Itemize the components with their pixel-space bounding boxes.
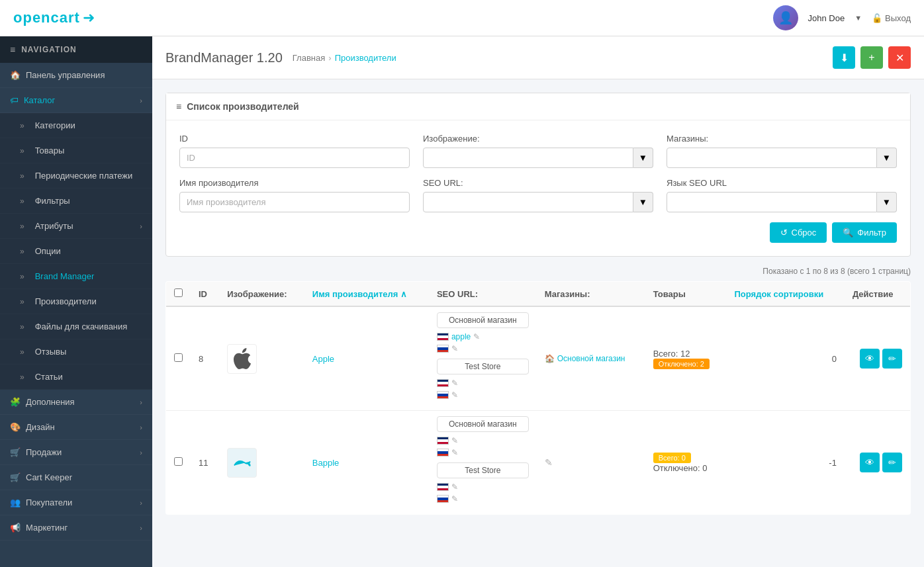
sidebar-item-manufacturers[interactable]: Производители [0,289,152,314]
row-2-manufacturer-cell: Bapple [304,411,429,515]
eye-icon: 👁 [865,353,874,364]
th-id[interactable]: ID [191,282,219,307]
filter-seo-url-select-btn[interactable]: ▼ [633,192,653,212]
row-1-edit-ru-icon[interactable]: ✎ [451,344,458,353]
sidebar-item-marketing[interactable]: 📢Маркетинг › [0,515,152,541]
sidebar: ≡ NAVIGATION 🏠 Панель управления 🏷 Катал… [0,36,152,567]
row-2-products-cell: Всего: 0 Отключено: 0 [645,411,727,515]
row-1-store-link[interactable]: 🏠 Основной магазин [545,354,637,363]
row-1-stores-cell: 🏠 Основной магазин [537,306,645,411]
filter-seo-lang-select[interactable] [667,192,877,212]
row-1-actions: 👁 ✏ [853,349,902,369]
col-seo-url-label: SEO URL: [437,289,478,299]
breadcrumb-home[interactable]: Главная [293,53,325,63]
sidebar-item-products[interactable]: Товары [0,138,152,163]
row-1-seo-flags-en: apple ✎ [437,331,529,343]
sidebar-item-options[interactable]: Опции [0,239,152,264]
row-1-products-total: Всего: 12 [653,349,719,359]
filter-image-select[interactable] [423,148,633,168]
sidebar-item-attributes[interactable]: Атрибуты › [0,214,152,239]
user-name: John Doe [808,13,845,23]
page-title: BrandManager 1.20 [165,50,283,65]
breadcrumb-current[interactable]: Производители [335,53,396,63]
sidebar-item-customers[interactable]: 👥Покупатели › [0,490,152,515]
sidebar-item-brand-manager[interactable]: Brand Manager [0,264,152,289]
subscriptions-label: Периодические платежи [35,171,133,181]
row-1-products-disabled-badge: Отключено: 2 [653,359,719,369]
row-2-flag-ru [437,449,449,457]
row-2-view-button[interactable]: 👁 [860,453,880,472]
apply-filter-button[interactable]: 🔍 Фильтр [832,222,897,243]
filter-body: ID Изображение: ▼ Магазины: [166,120,910,256]
row-1-edit-en-icon[interactable]: ✎ [473,332,480,341]
row-1-store-main-box: Основной магазин [437,312,529,328]
logout-button[interactable]: 🔓 Выход [872,13,911,23]
row-2-checkbox[interactable] [174,457,183,466]
delete-button[interactable]: ✕ [888,46,911,69]
row-2-edit-en-icon[interactable]: ✎ [451,436,458,445]
filter-image-select-btn[interactable]: ▼ [633,148,653,168]
design-icon: 🎨 [10,422,21,432]
customers-icon: 👥 [10,498,21,507]
cart-keeper-label: Cart Keeper [26,472,72,482]
sidebar-item-subscriptions[interactable]: Периодические платежи [0,163,152,189]
row-1-test-edit-ru-icon[interactable]: ✎ [451,390,458,400]
row-2-edit-button[interactable]: ✏ [882,453,902,472]
top-header: opencart ➜ 👤 John Doe ▼ 🔓 Выход [0,0,924,36]
sidebar-item-dashboard-label: Панель управления [26,70,105,80]
row-1-view-button[interactable]: 👁 [860,349,880,369]
filter-manufacturer-input[interactable] [179,192,410,212]
sidebar-item-design[interactable]: 🎨Дизайн › [0,415,152,440]
sidebar-item-downloads[interactable]: Файлы для скачивания [0,314,152,339]
filter-stores-select-btn[interactable]: ▼ [877,148,897,168]
sidebar-item-sales[interactable]: 🛒Продажи › [0,440,152,465]
filter-panel-header: ≡ Список производителей [166,93,910,120]
sidebar-item-cart-keeper[interactable]: 🛒Cart Keeper [0,465,152,490]
reset-filter-button[interactable]: ↺ Сброс [770,222,827,243]
row-1-checkbox[interactable] [174,353,183,362]
select-all-checkbox[interactable] [174,288,183,297]
row-2-store-pencil-icon[interactable]: ✎ [545,457,553,468]
filter-stores-select[interactable] [667,148,877,168]
extensions-icon: 🧩 [10,397,21,407]
row-2-test-edit-ru-icon[interactable]: ✎ [451,494,458,503]
row-1-manufacturer-link[interactable]: Apple [312,354,334,364]
row-2-edit-ru-icon[interactable]: ✎ [451,448,458,457]
filter-seo-url-label: SEO URL: [423,178,653,188]
row-2-store-2: Test Store ✎ ✎ [437,462,529,505]
th-sort-order[interactable]: Порядок сортировки [727,282,845,307]
row-2-test-edit-en-icon[interactable]: ✎ [451,482,458,492]
attributes-label: Атрибуты [35,221,73,231]
sidebar-item-reviews[interactable]: Отзывы [0,339,152,365]
row-1-test-edit-en-icon[interactable]: ✎ [451,378,458,388]
row-1-edit-button[interactable]: ✏ [882,349,902,369]
sidebar-item-categories[interactable]: Категории [0,113,152,138]
filter-seo-url-select-wrapper: ▼ [423,192,653,212]
row-2-manufacturer-link[interactable]: Bapple [312,458,339,468]
data-table: ID Изображение: Имя производителя ∧ SEO … [165,281,911,515]
filter-group-image: Изображение: ▼ [423,134,653,168]
sidebar-item-filters[interactable]: Фильтры [0,189,152,214]
sidebar-item-dashboard[interactable]: 🏠 Панель управления [0,63,152,88]
th-image: Изображение: [219,282,304,307]
sidebar-item-catalog[interactable]: 🏷 Каталог › [0,88,152,113]
sidebar-item-extensions[interactable]: 🧩Дополнения › [0,390,152,415]
sidebar-item-articles[interactable]: Статьи [0,365,152,390]
th-seo-url: SEO URL: [429,282,537,307]
row-1-image [219,306,304,411]
svg-point-1 [249,464,250,466]
filter-seo-url-select[interactable] [423,192,633,212]
filter-group-stores: Магазины: ▼ [667,134,897,168]
download-button[interactable]: ⬇ [833,46,855,69]
filter-seo-lang-select-btn[interactable]: ▼ [877,192,897,212]
search-label: Фильтр [857,228,886,238]
categories-label: Категории [35,120,75,130]
reset-label: Сброс [792,228,817,238]
breadcrumb: Главная › Производители [293,53,396,63]
user-dropdown-arrow[interactable]: ▼ [855,14,862,22]
add-button[interactable]: + [860,46,883,69]
reviews-label: Отзывы [35,347,67,357]
filter-id-input[interactable] [179,148,410,168]
th-manufacturer[interactable]: Имя производителя ∧ [304,282,429,307]
row-1-seo-url-cell: Основной магазин apple ✎ ✎ [429,306,537,411]
